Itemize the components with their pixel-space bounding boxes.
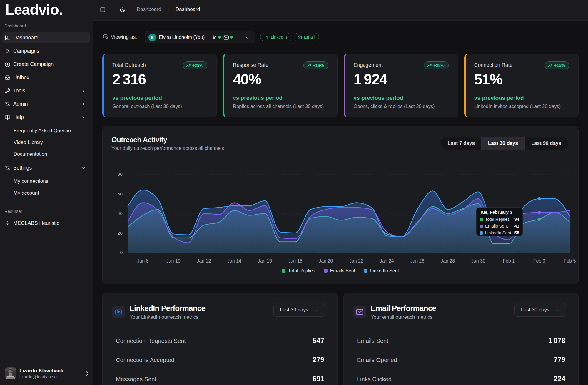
svg-text:LinkedIn Sent: LinkedIn Sent xyxy=(485,230,511,235)
svg-text:55: 55 xyxy=(514,230,519,235)
svg-text:20: 20 xyxy=(118,230,123,235)
svg-text:Jan 16: Jan 16 xyxy=(258,258,272,263)
svg-text:80: 80 xyxy=(118,172,123,177)
svg-text:Jan 30: Jan 30 xyxy=(471,258,485,263)
svg-text:Jan 12: Jan 12 xyxy=(197,258,211,263)
svg-text:60: 60 xyxy=(118,191,123,196)
svg-text:Jan 20: Jan 20 xyxy=(319,258,333,263)
svg-text:Jan 10: Jan 10 xyxy=(166,258,181,263)
svg-text:0: 0 xyxy=(120,250,123,255)
svg-text:Jan 18: Jan 18 xyxy=(288,258,302,263)
svg-text:Feb 1: Feb 1 xyxy=(503,258,515,263)
svg-text:Jan 8: Jan 8 xyxy=(137,258,148,263)
svg-text:Jan 26: Jan 26 xyxy=(410,258,424,263)
svg-text:Jan 28: Jan 28 xyxy=(441,258,455,263)
svg-text:40: 40 xyxy=(118,211,123,216)
svg-text:Feb 5: Feb 5 xyxy=(564,258,576,263)
svg-text:41: 41 xyxy=(514,224,519,228)
svg-text:Emails Sent: Emails Sent xyxy=(485,224,508,228)
svg-text:34: 34 xyxy=(514,217,519,222)
svg-text:Total Replies: Total Replies xyxy=(485,217,510,222)
svg-text:Jan 14: Jan 14 xyxy=(227,258,241,263)
svg-text:Tue, February 3: Tue, February 3 xyxy=(480,210,512,215)
svg-text:Feb 3: Feb 3 xyxy=(533,258,545,263)
svg-text:Jan 22: Jan 22 xyxy=(349,258,363,263)
svg-text:Jan 24: Jan 24 xyxy=(380,258,394,263)
